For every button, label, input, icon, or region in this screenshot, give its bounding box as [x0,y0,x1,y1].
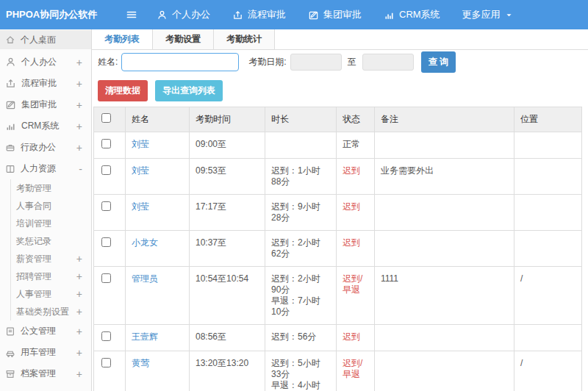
user-icon [5,57,16,68]
briefcase-icon [5,143,15,153]
search-button[interactable]: 查 询 [421,51,456,73]
sidebar-item-project-management[interactable]: 项目管理+ [0,384,91,391]
status-badge: 迟到 [343,331,360,342]
date-from-input[interactable] [290,54,342,71]
location-cell: / [514,267,582,325]
row-checkbox[interactable] [101,201,111,211]
top-nav-more-apps[interactable]: 更多应用 [462,8,513,21]
employee-name-link[interactable]: 刘莹 [132,201,149,212]
sidebar-item-label: 基础类别设置 [16,306,69,318]
expand-icon[interactable]: + [76,99,82,111]
export-list-button[interactable]: 导出查询列表 [155,80,223,101]
employee-name-link[interactable]: 小龙女 [132,237,158,248]
clean-data-button[interactable]: 清理数据 [98,80,148,101]
table-row: 王壹辉08:56至迟到：56分迟到 [94,325,582,351]
collapse-icon[interactable]: - [79,163,82,175]
row-checkbox[interactable] [101,331,111,341]
tab-attendance-list[interactable]: 考勤列表 [92,29,153,49]
filter-bar: 姓名: 考勤日期: 至 查 询 [92,50,588,74]
top-nav-group-approval[interactable]: 集团审批 [308,8,362,21]
sidebar-item-label: 个人桌面 [21,34,56,46]
row-checkbox[interactable] [101,273,111,283]
duration-cell: 迟到：56分 [265,325,337,351]
row-checkbox-cell [94,132,126,159]
chart-icon [384,10,395,21]
attendance-time-cell: 09:00至 [190,132,265,159]
column-header-duration: 时长 [265,107,337,132]
sidebar-item-document-management[interactable]: 公文管理+ [0,320,91,342]
employee-name-link[interactable]: 黄莺 [132,358,149,368]
edit-icon [308,10,319,21]
expand-icon[interactable]: + [76,326,82,337]
top-nav-crm-system[interactable]: CRM系统 [384,8,440,21]
user-icon [157,10,168,21]
sidebar-item-hr-contract[interactable]: 人事合同 [10,197,91,215]
top-nav-label: 更多应用 [462,8,501,21]
top-nav-label: 集团审批 [323,8,362,21]
expand-icon[interactable]: + [76,368,82,380]
employee-name-link[interactable]: 刘莹 [132,139,149,149]
sidebar-item-recruit-management[interactable]: 招聘管理+ [10,268,91,285]
expand-icon[interactable]: + [76,253,82,265]
row-checkbox[interactable] [101,165,111,175]
expand-icon[interactable]: + [76,121,82,132]
sidebar-item-attendance-management[interactable]: 考勤管理 [10,179,91,197]
status-badge: 迟到/早退 [343,273,362,295]
row-checkbox[interactable] [101,237,111,247]
sidebar-item-label: 流程审批 [21,77,57,90]
sidebar-item-admin-office[interactable]: 行政办公+ [0,137,91,158]
book-icon [5,164,15,174]
expand-icon[interactable]: + [76,142,82,154]
row-checkbox-cell [94,159,126,195]
row-checkbox[interactable] [101,139,111,148]
name-input[interactable] [121,53,239,71]
sidebar-item-personal-office[interactable]: 个人办公+ [0,51,91,73]
table-row: 管理员10:54至10:54迟到：2小时90分早退：7小时10分迟到/早退111… [94,267,582,325]
sidebar: 个人桌面个人办公+流程审批+集团审批+CRM系统+行政办公+人力资源-考勤管理人… [0,29,92,391]
sidebar-item-human-resources[interactable]: 人力资源- [0,158,91,179]
sidebar-item-reward-punishment[interactable]: 奖惩记录 [10,232,91,250]
sidebar-item-training-management[interactable]: 培训管理 [10,215,91,232]
row-checkbox[interactable] [101,358,111,367]
remark-cell: 1111 [375,267,514,325]
home-icon [5,35,15,45]
expand-icon[interactable]: + [76,270,82,282]
top-nav-workflow-approval[interactable]: 流程审批 [232,8,286,21]
top-nav-label: 个人办公 [172,8,210,21]
sidebar-item-personnel-management[interactable]: 人事管理+ [10,285,91,303]
top-nav-personal-office[interactable]: 个人办公 [157,8,210,21]
sidebar-item-personal-desktop[interactable]: 个人桌面 [0,30,91,49]
action-bar: 清理数据 导出查询列表 [92,74,588,106]
location-cell [514,231,582,267]
sidebar-item-base-category-settings[interactable]: 基础类别设置+ [10,303,91,320]
expand-icon[interactable]: + [76,347,82,359]
sidebar-item-label: 公文管理 [21,325,56,337]
sidebar-item-crm-system[interactable]: CRM系统+ [0,115,91,137]
expand-icon[interactable]: + [76,78,82,90]
duration-line: 早退：4小时67分 [271,380,330,391]
tab-attendance-stats[interactable]: 考勤统计 [214,29,275,49]
select-all-checkbox[interactable] [101,113,111,123]
duration-cell [265,132,337,159]
expand-icon[interactable]: + [76,57,82,68]
name-label: 姓名: [98,56,118,68]
expand-icon[interactable]: + [76,306,82,318]
row-checkbox-cell [94,195,126,231]
expand-icon[interactable]: + [76,288,82,300]
sidebar-item-label: CRM系统 [21,120,59,132]
sidebar-item-vehicle-management[interactable]: 用车管理+ [0,342,91,363]
sidebar-item-group-approval[interactable]: 集团审批+ [0,94,91,115]
status-cell: 迟到/早退 [337,267,375,325]
employee-name-link[interactable]: 刘莹 [132,165,149,176]
date-to-input[interactable] [362,54,414,71]
sidebar-item-salary-management[interactable]: 薪资管理+ [10,250,91,268]
top-nav-label: CRM系统 [399,8,440,21]
sidebar-item-archive-management[interactable]: 档案管理+ [0,363,91,384]
tab-attendance-settings[interactable]: 考勤设置 [153,29,214,49]
row-checkbox-cell [94,267,126,325]
column-header-time: 考勤时间 [190,107,265,132]
employee-name-link[interactable]: 王壹辉 [132,331,158,342]
sidebar-item-workflow-approval[interactable]: 流程审批+ [0,73,91,94]
hamburger-menu-icon[interactable] [126,9,137,21]
employee-name-link[interactable]: 管理员 [132,273,158,284]
